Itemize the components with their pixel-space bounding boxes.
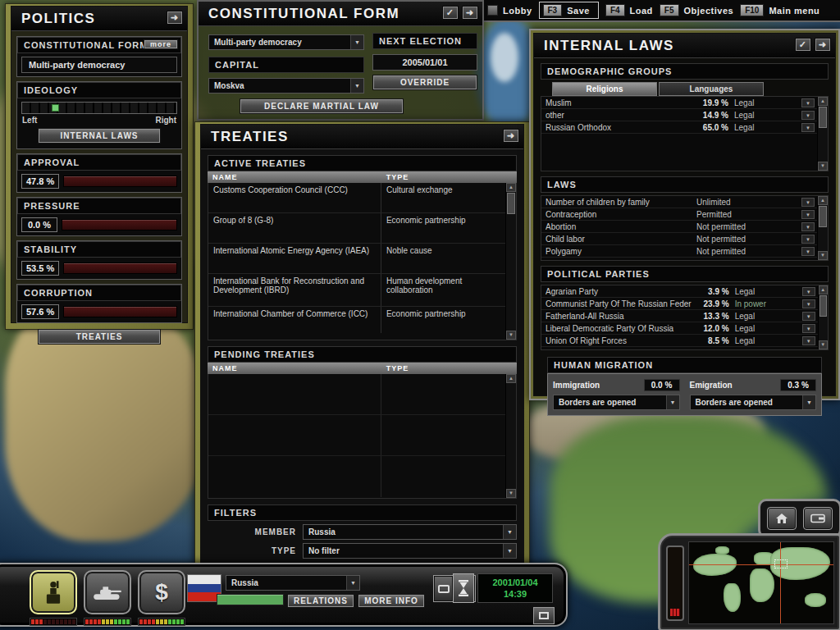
scrollbar[interactable]: ▲ ▼ — [505, 374, 516, 498]
member-filter-dropdown[interactable]: Russia▼ — [303, 524, 517, 540]
panel-arrow-icon[interactable]: ➜ — [503, 129, 519, 143]
scroll-thumb[interactable] — [819, 206, 827, 227]
chevron-down-icon[interactable]: ▼ — [801, 247, 815, 256]
chevron-down-icon[interactable]: ▼ — [802, 287, 815, 296]
scroll-up-icon[interactable]: ▲ — [506, 183, 516, 192]
economy-mode-button[interactable]: $ — [138, 570, 185, 614]
minimap-frame — [658, 533, 840, 630]
pressure-value: 0.0 % — [21, 217, 57, 232]
domestic-meter — [30, 618, 77, 626]
chevron-down-icon[interactable]: ▼ — [801, 198, 815, 207]
chevron-down-icon[interactable]: ▼ — [802, 324, 815, 333]
override-button[interactable]: OVERRIDE — [372, 75, 477, 90]
treaty-row[interactable]: Group of 8 (G-8)Economic partnership — [208, 213, 505, 244]
minimap-australia — [805, 593, 826, 607]
ideology-slider[interactable] — [21, 102, 177, 114]
chevron-down-icon[interactable]: ▼ — [801, 98, 815, 107]
more-info-button[interactable]: MORE INFO — [358, 594, 425, 608]
chevron-down-icon[interactable]: ▼ — [802, 312, 815, 321]
minimap-world[interactable] — [688, 541, 834, 624]
law-row: Contraception Permitted ▼ — [541, 208, 817, 221]
country-dropdown[interactable]: Russia▼ — [226, 575, 360, 591]
scroll-down-icon[interactable]: ▼ — [506, 331, 516, 340]
pending-treaties-list: ▲ ▼ — [208, 374, 517, 499]
pending-treaties-columns: NAME TYPE — [208, 363, 517, 374]
save-button[interactable]: F3 Save — [539, 2, 599, 19]
chevron-down-icon[interactable]: ▼ — [801, 210, 815, 219]
capital-dropdown[interactable]: Moskva▼ — [208, 78, 364, 94]
load-button[interactable]: F4 Load — [605, 4, 653, 16]
lobby-button[interactable]: Lobby — [487, 5, 532, 16]
internal-laws-button[interactable]: INTERNAL LAWS — [38, 128, 161, 144]
corruption-value: 57.6 % — [21, 304, 59, 319]
approval-bar — [63, 176, 177, 187]
pressure-bar — [62, 219, 177, 231]
immigration-policy-dropdown[interactable]: Borders are opened▼ — [553, 395, 680, 410]
government-type-dropdown[interactable]: Multi-party democracy▼ — [208, 34, 364, 50]
more-button[interactable]: more — [144, 39, 178, 49]
main-menu-button[interactable]: F10 Main menu — [740, 4, 819, 16]
scroll-up-icon[interactable]: ▲ — [506, 374, 516, 383]
chevron-down-icon[interactable]: ▼ — [802, 336, 815, 345]
scroll-thumb[interactable] — [507, 193, 515, 214]
chevron-down-icon[interactable]: ▼ — [801, 123, 815, 132]
mini-screen-button[interactable] — [533, 607, 555, 624]
military-mode-button[interactable] — [84, 570, 131, 614]
empty-row — [208, 374, 505, 415]
scrollbar[interactable]: ▲ ▼ — [505, 183, 516, 340]
lobby-icon — [487, 5, 498, 16]
panel-arrow-icon[interactable]: ➜ — [815, 38, 831, 52]
scroll-down-icon[interactable]: ▼ — [819, 340, 828, 349]
chevron-down-icon: ▼ — [503, 525, 516, 539]
treaty-row[interactable]: International Atomic Energy Agency (IAEA… — [208, 244, 505, 274]
scrollbar[interactable]: ▲ ▼ — [817, 196, 828, 260]
objectives-button[interactable]: F5 Objectives — [660, 4, 733, 16]
home-view-button[interactable] — [767, 507, 797, 530]
scroll-up-icon[interactable]: ▲ — [818, 97, 828, 106]
time-control-button[interactable] — [453, 573, 474, 603]
tab-languages[interactable]: Languages — [659, 82, 764, 96]
relations-button[interactable]: RELATIONS — [287, 594, 354, 608]
f3-key: F3 — [543, 4, 563, 16]
scroll-up-icon[interactable]: ▲ — [818, 196, 828, 205]
type-filter-dropdown[interactable]: No filter▼ — [303, 543, 517, 559]
corruption-bar — [63, 306, 177, 317]
approval-header: APPROVAL — [17, 154, 181, 171]
scrollbar[interactable]: ▲ ▼ — [818, 285, 828, 349]
chevron-down-icon[interactable]: ▼ — [802, 299, 815, 308]
emigration-policy-dropdown[interactable]: Borders are opened▼ — [690, 395, 817, 410]
scroll-thumb[interactable] — [819, 295, 827, 317]
checkmark-icon[interactable]: ✓ — [795, 38, 811, 52]
treaties-button[interactable]: TREATIES — [38, 329, 161, 345]
treaty-row[interactable]: Customs Cooperation Council (CCC)Cultura… — [208, 183, 505, 213]
scroll-down-icon[interactable]: ▼ — [506, 489, 516, 498]
treaty-row[interactable]: International Chamber of Commerce (ICC)E… — [208, 307, 505, 333]
cash-view-button[interactable] — [803, 507, 833, 530]
party-row: Union Of Right Forces 8.5 % Legal ▼ — [541, 335, 818, 347]
checkmark-icon[interactable]: ✓ — [442, 6, 459, 20]
chevron-down-icon[interactable]: ▼ — [801, 222, 815, 231]
scroll-up-icon[interactable]: ▲ — [819, 285, 828, 294]
game-screen: { "top_bar": { "lobby_label": "Lobby", "… — [0, 0, 840, 630]
filters-header: FILTERS — [208, 504, 517, 521]
ideology-marker[interactable] — [52, 104, 59, 112]
panel-arrow-icon[interactable]: ➜ — [462, 6, 478, 20]
chevron-down-icon[interactable]: ▼ — [801, 235, 815, 244]
scroll-down-icon[interactable]: ▼ — [818, 162, 828, 171]
tab-religions[interactable]: Religions — [552, 82, 657, 96]
scrollbar[interactable]: ▲ ▼ — [817, 97, 828, 171]
constitutional-form-value: Multi-party democracy — [21, 57, 177, 73]
chevron-down-icon[interactable]: ▼ — [801, 111, 815, 120]
constitutional-form-section: CONSTITUTIONAL FORM more Multi-party dem… — [16, 36, 182, 77]
scroll-down-icon[interactable]: ▼ — [818, 251, 828, 260]
screen-button[interactable] — [433, 575, 454, 602]
treaty-row[interactable]: International Bank for Reconstruction an… — [208, 274, 505, 307]
politics-mode-button[interactable] — [30, 570, 77, 614]
panel-arrow-icon[interactable]: ➜ — [167, 11, 183, 25]
scroll-thumb[interactable] — [819, 107, 827, 128]
approval-section: APPROVAL 47.8 % — [16, 153, 182, 193]
ideology-left-label: Left — [22, 116, 37, 125]
declare-martial-law-button[interactable]: DECLARE MARTIAL LAW — [240, 98, 404, 114]
zoom-gauge[interactable] — [666, 546, 684, 621]
constitutional-form-title: CONSTITUTIONAL FORM ✓ ➜ — [199, 2, 482, 26]
